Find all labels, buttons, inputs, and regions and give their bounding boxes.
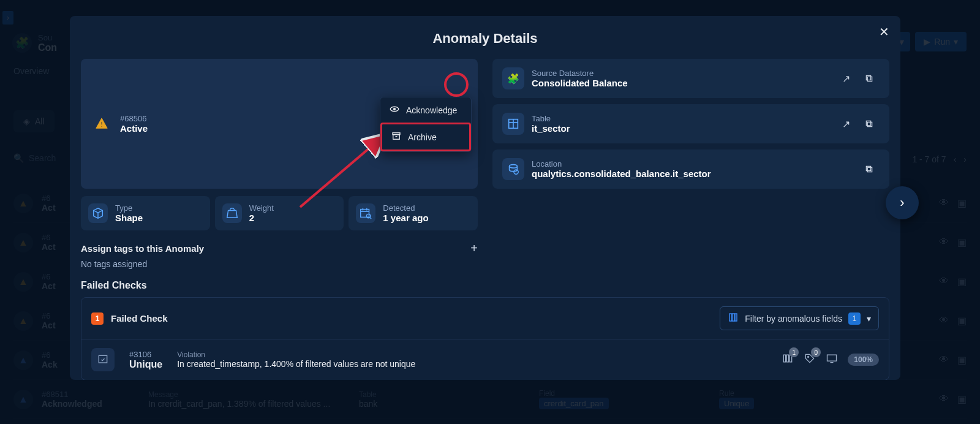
columns-icon xyxy=(728,312,739,325)
more-menu: Acknowledge Archive xyxy=(380,97,472,152)
close-button[interactable]: ✕ xyxy=(879,25,889,39)
svg-rect-22 xyxy=(867,167,872,172)
failed-checks-title: Failed Checks xyxy=(81,280,889,291)
archive-icon xyxy=(391,131,402,143)
tag-count-icon: 0 xyxy=(804,352,816,367)
coverage-pill: 100% xyxy=(848,354,879,366)
failed-check-label: Failed Check xyxy=(111,313,168,324)
copy-button[interactable] xyxy=(859,68,880,89)
monitor-icon xyxy=(826,352,838,367)
anomaly-id: #68506 xyxy=(120,114,148,123)
type-card: TypeShape xyxy=(81,196,210,230)
check-rule-icon xyxy=(91,348,115,371)
open-link-button[interactable]: ↗ xyxy=(835,68,856,89)
detected-card: Detected1 year ago xyxy=(349,196,478,230)
svg-rect-24 xyxy=(361,210,369,218)
failed-count-badge: 1 xyxy=(91,312,104,325)
no-tags-text: No tags assigned xyxy=(81,259,478,269)
source-datastore-card: 🧩 Source Datastore Consolidated Balance … xyxy=(492,59,889,98)
table-icon xyxy=(502,113,524,135)
filter-anomalous-fields-dropdown[interactable]: Filter by anomalous fields 1 ▾ xyxy=(720,306,879,330)
failed-check-row[interactable]: #3106 Unique Violation In created_timest… xyxy=(81,339,889,380)
open-link-button[interactable]: ↗ xyxy=(835,113,856,134)
svg-rect-14 xyxy=(866,75,870,80)
copy-button[interactable] xyxy=(859,159,880,180)
columns-count-icon: 1 xyxy=(782,352,794,367)
svg-rect-1 xyxy=(101,126,102,127)
tags-title: Assign tags to this Anomaly xyxy=(81,243,204,254)
anomaly-details-modal: Anomaly Details #68506 Active xyxy=(70,16,900,380)
chevron-down-icon: ▾ xyxy=(867,314,871,324)
cube-icon xyxy=(88,203,108,223)
svg-rect-35 xyxy=(787,355,789,362)
datastore-icon: 🧩 xyxy=(502,67,524,89)
svg-rect-13 xyxy=(867,77,872,81)
weight-card: Weight2 xyxy=(215,196,344,230)
svg-rect-32 xyxy=(735,314,737,321)
svg-rect-31 xyxy=(733,314,735,321)
weight-icon xyxy=(222,203,242,223)
svg-line-29 xyxy=(371,218,372,219)
location-icon xyxy=(502,158,524,180)
svg-rect-34 xyxy=(784,355,786,362)
modal-title: Anomaly Details xyxy=(81,31,889,47)
calendar-search-icon xyxy=(356,203,375,223)
add-tag-button[interactable]: + xyxy=(470,241,478,256)
svg-rect-38 xyxy=(827,355,837,361)
location-card: Location qualytics.consolidated_balance.… xyxy=(492,150,889,189)
svg-rect-30 xyxy=(729,314,732,321)
svg-rect-43 xyxy=(393,135,400,140)
svg-rect-18 xyxy=(867,122,872,126)
svg-rect-0 xyxy=(101,121,102,125)
annotation-circle xyxy=(444,72,469,97)
svg-point-20 xyxy=(510,165,518,168)
svg-rect-33 xyxy=(99,355,107,363)
svg-point-21 xyxy=(514,170,518,174)
anomaly-status: Active xyxy=(120,123,148,134)
tags-section: Assign tags to this Anomaly + No tags as… xyxy=(81,241,478,269)
eye-icon xyxy=(389,104,400,116)
svg-point-41 xyxy=(393,108,396,110)
svg-rect-23 xyxy=(866,166,870,170)
svg-point-37 xyxy=(808,356,810,358)
failed-checks-box: 1 Failed Check Filter by anomalous field… xyxy=(81,297,889,380)
menu-acknowledge[interactable]: Acknowledge xyxy=(380,97,471,123)
table-card: Table it_sector ↗ xyxy=(492,104,889,143)
warning-icon xyxy=(91,113,113,135)
filter-count-badge: 1 xyxy=(848,312,861,325)
menu-archive[interactable]: Archive xyxy=(380,123,471,151)
next-anomaly-button[interactable]: › xyxy=(886,186,919,219)
copy-button[interactable] xyxy=(859,113,880,134)
svg-rect-19 xyxy=(866,121,870,125)
